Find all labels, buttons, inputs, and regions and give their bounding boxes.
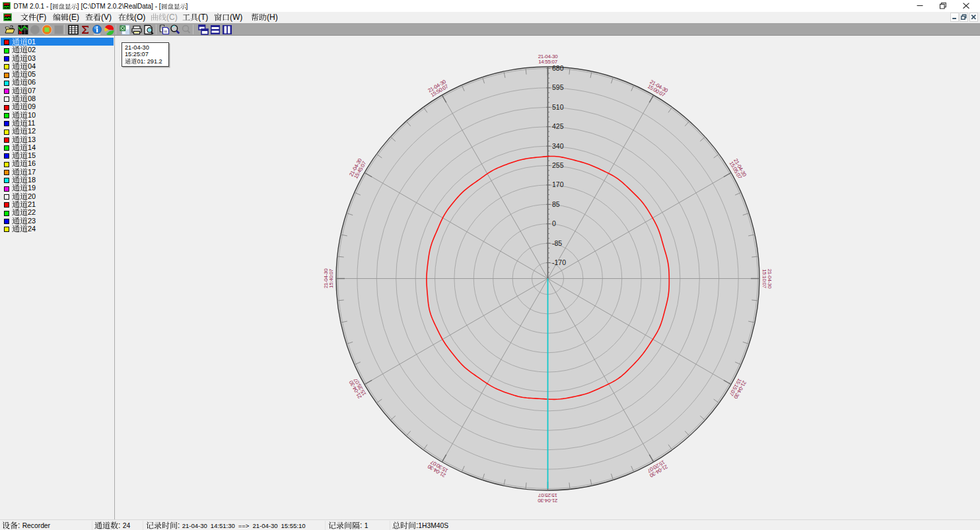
svg-text:510: 510 xyxy=(552,103,564,111)
svg-text:595: 595 xyxy=(552,83,564,91)
svg-text:15:25:07: 15:25:07 xyxy=(538,492,557,498)
svg-text:15:40:07: 15:40:07 xyxy=(328,268,334,288)
svg-text:255: 255 xyxy=(552,161,564,169)
svg-text:0: 0 xyxy=(552,219,556,227)
svg-text:-85: -85 xyxy=(552,239,562,247)
svg-text:680: 680 xyxy=(552,64,564,72)
svg-text:170: 170 xyxy=(552,180,564,188)
svg-text:14:55:07: 14:55:07 xyxy=(538,59,558,65)
svg-text:340: 340 xyxy=(552,142,564,150)
svg-text:-170: -170 xyxy=(552,258,566,266)
svg-text:15:10:07: 15:10:07 xyxy=(761,269,767,289)
svg-text:85: 85 xyxy=(552,200,560,208)
svg-text:425: 425 xyxy=(552,122,564,130)
